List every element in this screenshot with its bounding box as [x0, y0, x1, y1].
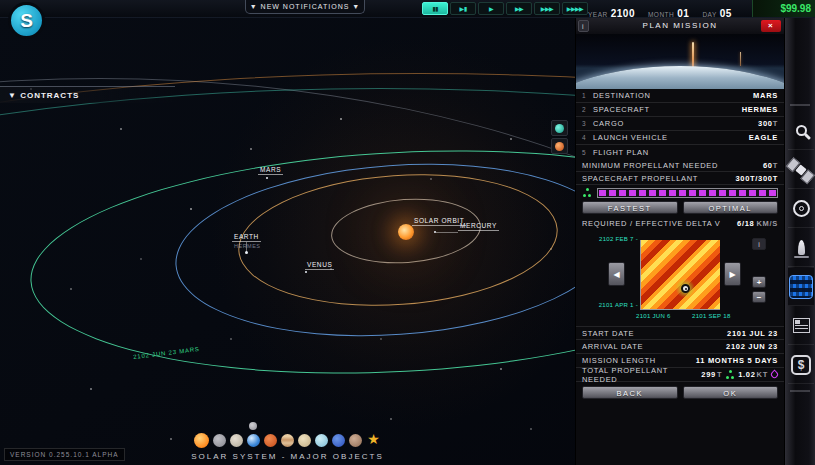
- panel-title: PLAN MISSION: [643, 21, 718, 30]
- delta-v-row: REQUIRED / EFFECTIVE DELTA V 6/18 KM/S: [576, 217, 784, 230]
- venus-label[interactable]: VENUS: [305, 261, 334, 270]
- saturn-icon[interactable]: [298, 434, 311, 447]
- speed4-button[interactable]: ▶▶▶▶: [562, 2, 588, 15]
- moon-icon[interactable]: [249, 422, 257, 430]
- toolbar-divider: [790, 104, 810, 106]
- optimal-button[interactable]: OPTIMAL: [683, 201, 779, 214]
- mercury-dot: [434, 231, 436, 233]
- jupiter-icon[interactable]: [281, 434, 294, 447]
- time-controls: ▮▮ ▶▮ ▶ ▶▶ ▶▶▶ ▶▶▶▶: [422, 2, 588, 15]
- money-display: $99.98: [752, 0, 815, 17]
- sun-icon[interactable]: [194, 433, 209, 448]
- sun-marker[interactable]: [398, 224, 414, 240]
- propellant-icon: [582, 188, 592, 197]
- neptune-icon[interactable]: [332, 434, 345, 447]
- map-control-bottom-button[interactable]: [551, 138, 568, 154]
- field-cargo[interactable]: 3 CARGO 300 T: [576, 117, 784, 131]
- mars-label[interactable]: MARS: [258, 166, 283, 175]
- orbit-disc-icon: [793, 200, 810, 217]
- start-date-row: START DATE 2101 JUL 23: [576, 326, 784, 340]
- orange-orb-icon: [555, 142, 564, 151]
- zoom-in-button[interactable]: +: [752, 276, 766, 288]
- game-screen: MARS EARTH HERMES VENUS SOLAR ORBIT MERC…: [0, 0, 815, 465]
- spacecraft-propellant-row: SPACECRAFT PROPELLANT 300T/300T: [576, 172, 784, 185]
- total-propellant-row: TOTAL PROPELLANT NEEDED 299T 1.02KT: [576, 368, 784, 382]
- right-toolbar: $: [784, 18, 815, 465]
- pause-button[interactable]: ▮▮: [422, 2, 448, 15]
- close-icon[interactable]: ×: [761, 20, 781, 32]
- day-label: DAY: [702, 11, 716, 18]
- rockets-tool-button[interactable]: [788, 229, 814, 267]
- total-propellant-kt: 1.02: [738, 370, 755, 379]
- fastest-button[interactable]: FASTEST: [582, 201, 678, 214]
- month-label: MONTH: [648, 11, 674, 18]
- propellant-icon: [725, 370, 735, 379]
- dollar-icon: $: [791, 355, 811, 375]
- search-tool-button[interactable]: [788, 112, 814, 150]
- film-strip-icon: [789, 275, 813, 299]
- earth-sublabel: HERMES: [234, 243, 261, 249]
- ok-button[interactable]: OK: [683, 386, 779, 399]
- map-control-top-button[interactable]: [551, 120, 568, 136]
- earth-horizon: [576, 66, 784, 89]
- uranus-icon[interactable]: [315, 434, 328, 447]
- arrival-date-row: ARRIVAL DATE 2102 JUN 23: [576, 340, 784, 354]
- field-launch-vehicle[interactable]: 4 LAUNCH VEHICLE EAGLE: [576, 131, 784, 145]
- document-icon: [793, 318, 810, 333]
- mars-icon[interactable]: [264, 434, 277, 447]
- speed2-button[interactable]: ▶▶: [506, 2, 532, 15]
- play-button[interactable]: ▶: [478, 2, 504, 15]
- satellites-tool-button[interactable]: [788, 151, 814, 189]
- porkchop-x-left-label: 2101 JUN 6: [636, 313, 671, 319]
- step-button[interactable]: ▶▮: [450, 2, 476, 15]
- scroll-right-button[interactable]: ▶: [724, 262, 741, 286]
- earth-label[interactable]: EARTH: [232, 233, 261, 242]
- version-label: VERSION 0.255.10.1 ALPHA: [4, 448, 125, 461]
- contracts-header[interactable]: ▼ CONTRACTS: [0, 86, 175, 103]
- mercury-leader-line: [436, 232, 458, 233]
- venus-dot: [305, 271, 307, 273]
- missions-tool-button-selected[interactable]: [788, 268, 814, 306]
- satellite-icon: [795, 164, 806, 175]
- company-logo[interactable]: S: [8, 2, 45, 39]
- propellant-bar-row: [576, 186, 784, 199]
- search-icon: [796, 125, 807, 136]
- earth-dot: [245, 251, 248, 254]
- porkchop-plot[interactable]: [640, 240, 720, 310]
- porkchop-x-right-label: 2101 SEP 18: [692, 313, 731, 319]
- reports-tool-button[interactable]: [788, 307, 814, 345]
- rocket-plume-secondary: [740, 52, 741, 66]
- mission-hero-image: [576, 34, 784, 89]
- speed3-button[interactable]: ▶▶▶: [534, 2, 560, 15]
- porkchop-section: 2102 FEB 7 - 2101 APR 1 - 2101 JUN 6 210…: [576, 230, 784, 326]
- venus-icon[interactable]: [230, 434, 243, 447]
- porkchop-info-button[interactable]: i: [752, 238, 766, 250]
- mercury-icon[interactable]: [213, 434, 226, 447]
- rocket-icon: [798, 240, 805, 255]
- teal-orb-icon: [555, 124, 564, 133]
- propellant-bar[interactable]: [597, 188, 778, 198]
- panel-header: PLAN MISSION i ×: [576, 18, 784, 34]
- scroll-left-button[interactable]: ◀: [608, 262, 625, 286]
- porkchop-y-top-label: 2102 FEB 7 -: [576, 236, 638, 242]
- mercury-label[interactable]: MERCURY: [458, 222, 499, 231]
- field-flight-plan[interactable]: 5 FLIGHT PLAN: [576, 145, 784, 159]
- pluto-icon[interactable]: [349, 434, 362, 447]
- star-icon[interactable]: ★: [366, 432, 382, 448]
- porkchop-y-bottom-label: 2101 APR 1 -: [576, 302, 638, 308]
- selected-transfer-marker[interactable]: [681, 284, 690, 293]
- info-button[interactable]: i: [578, 20, 589, 32]
- orbits-tool-button[interactable]: [788, 190, 814, 228]
- back-button[interactable]: BACK: [582, 386, 678, 399]
- zoom-out-button[interactable]: −: [752, 291, 766, 303]
- earth-icon[interactable]: [247, 434, 260, 447]
- panel-filler: [576, 402, 784, 465]
- finance-tool-button[interactable]: $: [788, 346, 814, 384]
- field-spacecraft[interactable]: 2 SPACECRAFT HERMES: [576, 103, 784, 117]
- plan-mission-panel: PLAN MISSION i × 1 DESTINATION MARS 2 SP…: [575, 18, 784, 465]
- toolbar-divider: [790, 390, 810, 392]
- field-destination[interactable]: 1 DESTINATION MARS: [576, 89, 784, 103]
- new-notifications-button[interactable]: ▼ NEW NOTIFICATIONS ▼: [245, 0, 365, 14]
- plan-mode-buttons: FASTEST OPTIMAL: [576, 199, 784, 217]
- year-label: YEAR: [588, 11, 608, 18]
